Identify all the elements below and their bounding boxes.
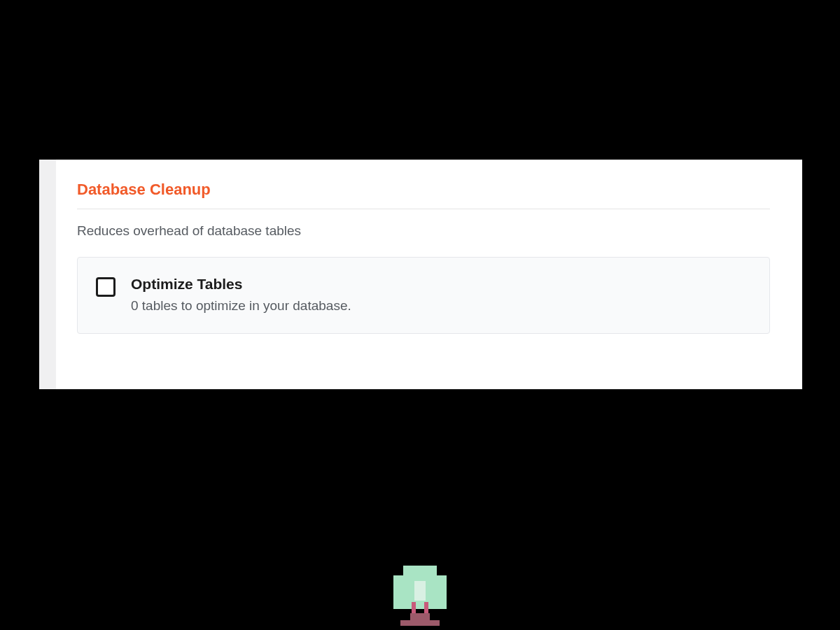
option-title: Optimize Tables bbox=[131, 276, 351, 293]
option-text-group: Optimize Tables 0 tables to optimize in … bbox=[131, 276, 351, 314]
decorative-sprite bbox=[393, 566, 447, 630]
panel-content: Database Cleanup Reduces overhead of dat… bbox=[56, 160, 802, 389]
optimize-tables-checkbox[interactable] bbox=[96, 277, 115, 297]
optimize-tables-card: Optimize Tables 0 tables to optimize in … bbox=[77, 257, 770, 334]
section-description: Reduces overhead of database tables bbox=[77, 223, 770, 239]
divider bbox=[77, 209, 770, 209]
panel-left-gutter bbox=[39, 160, 56, 389]
section-title: Database Cleanup bbox=[77, 181, 770, 199]
settings-panel: Database Cleanup Reduces overhead of dat… bbox=[39, 160, 802, 389]
option-subtitle: 0 tables to optimize in your database. bbox=[131, 298, 351, 314]
